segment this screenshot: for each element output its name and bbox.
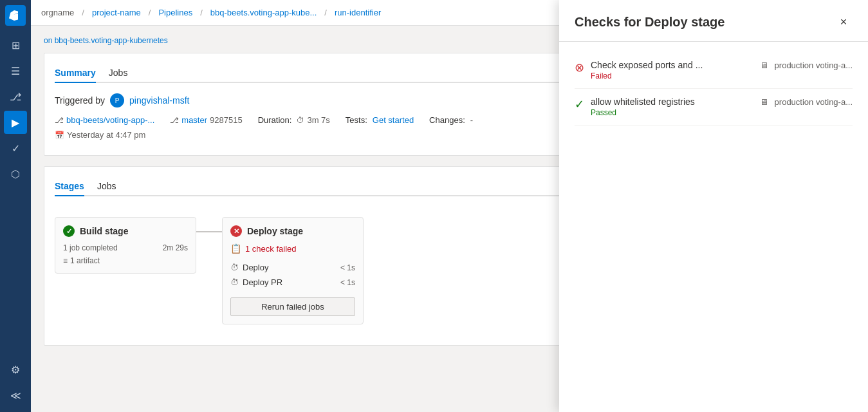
deploy-job-row-2: ⏱ Deploy PR < 1s: [230, 275, 355, 290]
summary-tab[interactable]: Summary: [55, 64, 96, 83]
azure-devops-logo[interactable]: [5, 5, 26, 26]
check-item-1: ⊗ Check exposed ports and ... Failed 🖥 p…: [575, 52, 853, 89]
breadcrumb-run[interactable]: run-identifier: [335, 8, 381, 17]
deploy-job-time-1: < 1s: [340, 263, 355, 272]
panel-title: Checks for Deploy stage: [575, 15, 725, 30]
build-stage-card: ✓ Build stage 1 job completed 2m 29s ≡ 1…: [55, 217, 196, 274]
settings-icon[interactable]: ⚙: [4, 358, 27, 381]
breadcrumb-sep-3: /: [200, 8, 203, 17]
artifacts-icon[interactable]: ⬡: [4, 162, 27, 185]
check-failed-icon: 📋: [230, 243, 241, 254]
check-fail-icon-1: ⊗: [575, 61, 584, 75]
clock-icon: ⏱: [297, 116, 304, 125]
build-stage-success-icon: ✓: [63, 225, 75, 237]
tests-meta: Tests: Get started: [346, 115, 414, 125]
environment-icon-1: 🖥: [759, 60, 770, 70]
changes-meta: Changes: -: [429, 115, 473, 125]
environment-icon-2: 🖥: [759, 97, 770, 107]
deploy-job-name-2: Deploy PR: [243, 277, 282, 287]
build-jobs-completed: 1 job completed: [63, 243, 118, 252]
breadcrumb-sep-2: /: [149, 8, 151, 17]
overview-icon[interactable]: ⊞: [4, 33, 27, 57]
run-time: Yesterday at 4:47 pm: [67, 130, 145, 140]
connector-line: [196, 231, 222, 232]
check-failed-text: 1 check failed: [245, 244, 297, 254]
deploy-stage-header: ✕ Deploy stage: [230, 225, 355, 237]
panel-body: ⊗ Check exposed ports and ... Failed 🖥 p…: [559, 42, 868, 412]
stages-tab[interactable]: Stages: [55, 177, 84, 196]
changes-value: -: [470, 115, 473, 125]
collapse-icon[interactable]: ≪: [4, 384, 27, 407]
branch-meta: ⎇ master 9287515: [170, 115, 242, 125]
breadcrumb-project[interactable]: project-name: [92, 8, 141, 17]
jobs-tab-summary[interactable]: Jobs: [109, 64, 128, 83]
check-name-1[interactable]: Check exposed ports and ...: [591, 60, 703, 70]
artifact-icon: ≡: [63, 256, 68, 265]
build-artifact: ≡ 1 artifact: [63, 256, 188, 265]
build-stage-meta: 1 job completed 2m 29s: [63, 243, 188, 252]
repos-icon[interactable]: ⎇: [4, 85, 27, 108]
build-duration: 2m 29s: [163, 243, 188, 252]
deploy-job-left-1: ⏱ Deploy: [230, 263, 268, 272]
duration-value: 3m 7s: [307, 115, 329, 125]
deploy-job-left-2: ⏱ Deploy PR: [230, 277, 282, 287]
check-item-left-1: ⊗ Check exposed ports and ... Failed: [575, 60, 703, 80]
environment-name-1: production voting-a...: [775, 61, 853, 70]
deploy-stage-card: ✕ Deploy stage 📋 1 check failed ⏱ Deploy…: [222, 217, 364, 324]
checks-panel: Checks for Deploy stage × ⊗ Check expose…: [559, 0, 868, 412]
repo-link[interactable]: bbq-beets/voting-app-...: [66, 115, 154, 125]
triggered-by-label: Triggered by: [55, 95, 105, 106]
deploy-job-time-2: < 1s: [340, 278, 355, 287]
rerun-failed-jobs-button[interactable]: Rerun failed jobs: [230, 297, 355, 316]
repo-meta: ⎇ bbq-beets/voting-app-...: [55, 115, 154, 125]
deploy-clock-icon-1: ⏱: [230, 263, 239, 272]
deploy-stage-name: Deploy stage: [247, 226, 303, 236]
stage-connector: [196, 217, 222, 232]
repo-icon: ⎇: [55, 116, 64, 125]
panel-header: Checks for Deploy stage ×: [559, 0, 868, 42]
deploy-clock-icon-2: ⏱: [230, 277, 239, 287]
check-name-2[interactable]: allow whitelisted registries: [591, 97, 695, 107]
check-item-right-2: 🖥 production voting-a...: [759, 97, 853, 107]
panel-close-button[interactable]: ×: [835, 13, 853, 31]
check-status-1: Failed: [591, 71, 703, 80]
check-info-1: Check exposed ports and ... Failed: [591, 60, 703, 80]
branch-icon: ⎇: [170, 116, 179, 125]
branch-link[interactable]: master: [181, 115, 207, 125]
breadcrumb-sep-4: /: [324, 8, 327, 17]
tests-link[interactable]: Get started: [373, 115, 414, 125]
breadcrumb-pipeline-name[interactable]: bbq-beets.voting-app-kube...: [210, 8, 317, 17]
breadcrumb-sep-1: /: [82, 8, 84, 17]
duration-meta: Duration: ⏱ 3m 7s: [258, 115, 330, 125]
commit-hash: 9287515: [210, 115, 243, 125]
deploy-job-row-1: ⏱ Deploy < 1s: [230, 260, 355, 275]
deploy-stage-failed-icon: ✕: [230, 225, 242, 237]
boards-icon[interactable]: ☰: [4, 59, 27, 82]
check-item-2: ✓ allow whitelisted registries Passed 🖥 …: [575, 89, 853, 126]
jobs-tab[interactable]: Jobs: [97, 177, 116, 196]
check-status-2: Passed: [591, 108, 695, 117]
artifact-count: 1 artifact: [70, 256, 100, 265]
build-stage-header: ✓ Build stage: [63, 225, 188, 237]
calendar-icon: 📅: [55, 131, 64, 140]
check-pass-icon-2: ✓: [575, 97, 584, 111]
deploy-job-name-1: Deploy: [243, 263, 268, 272]
build-stage-name: Build stage: [80, 226, 128, 236]
check-item-left-2: ✓ allow whitelisted registries Passed: [575, 97, 695, 117]
changes-label: Changes:: [429, 115, 465, 125]
time-meta: 📅 Yesterday at 4:47 pm: [55, 130, 145, 140]
breadcrumb-pipelines[interactable]: Pipelines: [158, 8, 192, 17]
trigger-user-name[interactable]: pingvishal-msft: [129, 95, 189, 106]
environment-name-2: production voting-a...: [775, 97, 853, 107]
testplans-icon[interactable]: ✓: [4, 136, 27, 160]
check-item-right-1: 🖥 production voting-a...: [759, 60, 853, 70]
breadcrumb-org: orgname: [41, 8, 74, 17]
pipelines-icon[interactable]: ▶: [4, 111, 27, 134]
check-info-2: allow whitelisted registries Passed: [591, 97, 695, 117]
sidebar: ⊞ ☰ ⎇ ▶ ✓ ⬡ ⚙ ≪: [0, 0, 31, 412]
duration-label: Duration:: [258, 115, 292, 125]
trigger-user-avatar: P: [110, 93, 124, 108]
check-failed-row[interactable]: 📋 1 check failed: [230, 243, 355, 254]
tests-label: Tests:: [346, 115, 367, 125]
